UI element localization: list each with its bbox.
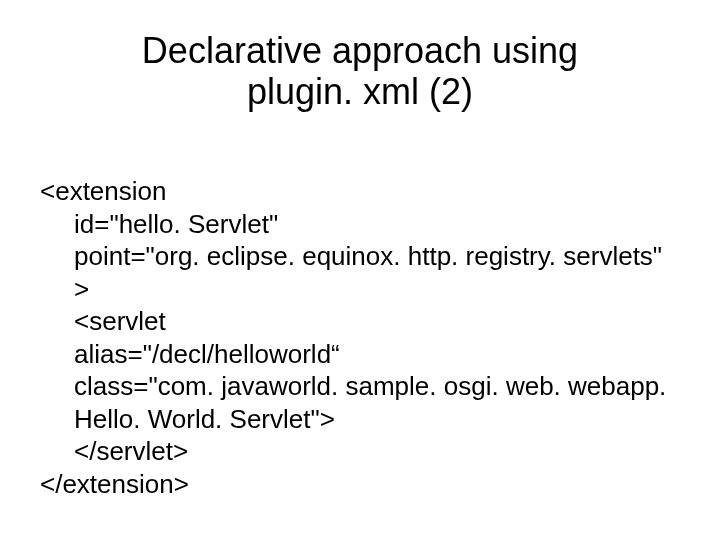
title-line-1: Declarative approach using xyxy=(142,30,578,71)
slide-title: Declarative approach using plugin. xml (… xyxy=(40,30,680,113)
code-line: alias="/decl/helloworld“ xyxy=(40,338,680,371)
code-line: </extension> xyxy=(40,469,189,499)
code-line: id="hello. Servlet" xyxy=(40,208,680,241)
code-line: Hello. World. Servlet"> xyxy=(40,403,680,436)
code-line: <extension xyxy=(40,176,166,206)
title-line-2: plugin. xml (2) xyxy=(247,71,473,112)
code-line: class="com. javaworld. sample. osgi. web… xyxy=(40,370,680,403)
code-line: </servlet> xyxy=(40,435,680,468)
code-line: point="org. eclipse. equinox. http. regi… xyxy=(40,240,680,273)
code-block: <extension id="hello. Servlet"point="org… xyxy=(40,143,680,533)
code-line: <servlet xyxy=(40,305,680,338)
slide: Declarative approach using plugin. xml (… xyxy=(0,0,720,540)
code-line: > xyxy=(40,273,680,306)
